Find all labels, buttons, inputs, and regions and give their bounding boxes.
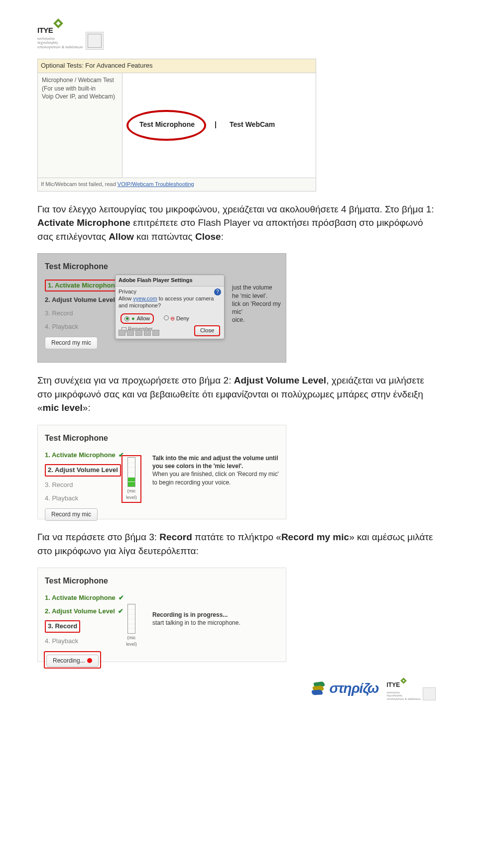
square-icon (53, 18, 63, 28)
test-microphone-panel-2: Test Microphone 1. Activate Microphone ✔… (37, 425, 286, 519)
hint-text-cropped: just the volume he 'mic level'. lick on … (232, 284, 287, 324)
allow-radio[interactable]: ● Allow (120, 313, 154, 324)
tree-icon (312, 682, 327, 696)
step-1: 1. Activate Microphone ✔ (45, 591, 279, 605)
advanced-tests-screenshot: Optional Tests: For Advanced Features Mi… (37, 59, 316, 192)
step3-highlight: 3. Record (45, 620, 80, 633)
itye-logo-footer: ITYE ινστιτούτο τεχνολογίας υπολογιστών … (387, 677, 436, 700)
tab-icon[interactable] (144, 330, 151, 336)
check-icon: ✔ (119, 593, 124, 603)
shot-footer: If Mic/Webcam test failed, read VOIP/Web… (38, 178, 316, 191)
step2-highlight: 2. Adjust Volume Level (45, 464, 121, 477)
page-footer: στηρίζω ITYE ινστιτούτο τεχνολογίας υπολ… (37, 677, 441, 700)
mic-level-meter: (mic level) (121, 604, 141, 648)
mic-level-label: (mic level) (121, 635, 141, 648)
vu-meter (127, 457, 135, 487)
step-4: 4. Playback (45, 635, 279, 648)
test-microphone-panel-1: Test Microphone 1. Activate Microphone ✔… (37, 253, 286, 363)
tab-icon[interactable] (119, 330, 125, 336)
adjust-volume-hint: Talk into the mic and adjust the volume … (152, 454, 282, 486)
test-webcam-link[interactable]: Test WebCam (230, 119, 275, 129)
step1-highlight: 1. Activate Microphone (45, 280, 121, 292)
left-line1: Microphone / Webcam Test (42, 76, 118, 85)
stirizo-text: στηρίζω (330, 678, 379, 699)
record-my-mic-button[interactable]: Record my mic (45, 508, 98, 521)
popup-title: Adobe Flash Player Settings (116, 275, 224, 287)
itye-logo-header: ITYE ινστιτούτο τεχνολογίας υπολογιστών … (37, 20, 441, 50)
mic-level-label: (mic level) (123, 488, 139, 501)
left-line2: (For use with built-in (42, 85, 118, 93)
troubleshooting-link[interactable]: VOIP/Webcam Troubleshooting (118, 181, 194, 187)
mic-level-meter: (mic level) (121, 455, 141, 503)
instruction-para-1: Για τον έλεγχο λειτουργίας του μικροφώνο… (37, 202, 441, 244)
deny-radio[interactable]: ⊖ Deny (164, 315, 189, 323)
recording-button[interactable]: Recording... (46, 655, 99, 667)
record-dot-icon (87, 658, 92, 663)
pipe-divider: | (215, 119, 217, 129)
shot-left-col: Microphone / Webcam Test (For use with b… (38, 73, 122, 178)
close-button[interactable]: Close (194, 325, 220, 336)
flash-player-settings-popup: Adobe Flash Player Settings ? Privacy Al… (115, 275, 225, 339)
cube-icon (423, 687, 436, 700)
tab-icon[interactable] (127, 330, 134, 336)
popup-privacy: Privacy (119, 289, 221, 295)
test-microphone-link[interactable]: Test Microphone (139, 119, 195, 129)
instruction-para-3: Για να περάσετε στο βήμα 3: Record πατάτ… (37, 530, 441, 558)
shot-header: Optional Tests: For Advanced Features (38, 59, 316, 73)
square-icon (400, 677, 407, 684)
stirizo-logo: στηρίζω (312, 678, 379, 699)
popup-tabs (119, 330, 159, 336)
tab-icon[interactable] (152, 330, 159, 336)
panel-title: Test Microphone (38, 430, 286, 449)
recording-hint: Recording is in progress... start talkin… (152, 611, 282, 627)
domain-link[interactable]: vyew.com (133, 295, 157, 301)
itye-sub3: υπολογιστών & εκδόσεων (37, 45, 83, 50)
left-line3: Voip Over IP, and Webcam) (42, 93, 118, 101)
allow-dot-icon: ● (131, 315, 135, 323)
step-4: 4. Playback (45, 492, 279, 505)
vu-meter (127, 604, 135, 634)
test-microphone-panel-3: Test Microphone 1. Activate Microphone ✔… (37, 568, 286, 662)
panel-title: Test Microphone (38, 573, 286, 591)
record-my-mic-button[interactable]: Record my mic (45, 337, 98, 349)
itye-brand: ITYE (37, 26, 53, 34)
instruction-para-2: Στη συνέχεια για να προχωρήσετε στο βήμα… (37, 374, 441, 415)
footer-pre: If Mic/Webcam test failed, read (41, 181, 118, 187)
mic-highlight: (mic level) (121, 455, 141, 503)
shot-body: Test Microphone | Test WebCam (122, 73, 316, 178)
popup-question: Allow vyew.com to access your camera and… (119, 295, 221, 309)
deny-dash-icon: ⊖ (170, 315, 175, 321)
tab-icon[interactable] (135, 330, 142, 336)
cube-icon (86, 32, 104, 50)
